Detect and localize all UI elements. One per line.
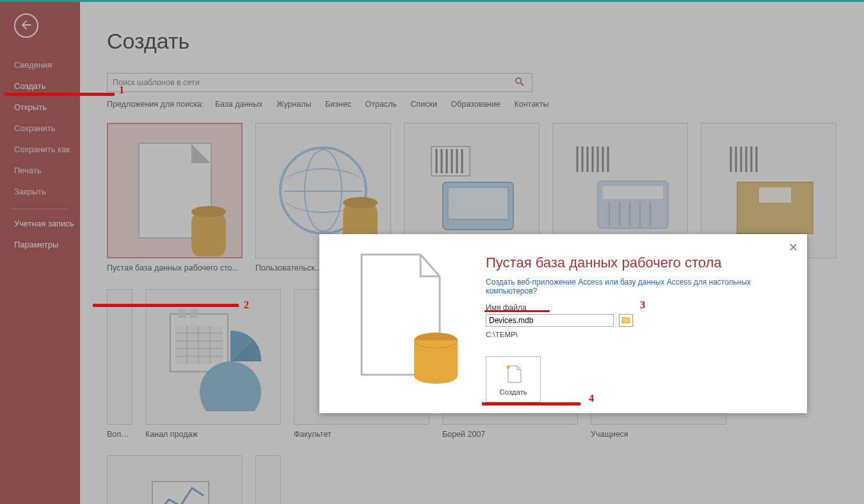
- search-input[interactable]: [113, 78, 514, 87]
- template-thumbnail: [255, 455, 281, 504]
- sidebar-item-options[interactable]: Параметры: [0, 234, 80, 255]
- sidebar-item-account[interactable]: Учетная запись: [0, 213, 80, 234]
- suggest-link[interactable]: Образование: [451, 100, 500, 109]
- filename-label: Имя файла: [486, 303, 796, 312]
- back-button[interactable]: [14, 13, 38, 38]
- browse-button[interactable]: [619, 314, 633, 327]
- folder-open-icon: [621, 316, 630, 326]
- suggest-link[interactable]: Журналы: [276, 100, 312, 109]
- svg-rect-41: [189, 309, 197, 318]
- template-thumbnail: [107, 289, 132, 425]
- sidebar-separator: [12, 209, 68, 209]
- new-database-dialog: ✕ Пустая база данных рабочего стола Созд…: [319, 234, 807, 413]
- page-title: Создать: [107, 29, 864, 54]
- sidebar-item-info[interactable]: Сведения: [0, 54, 80, 75]
- filename-input[interactable]: [486, 314, 614, 327]
- suggest-link[interactable]: Списки: [411, 100, 437, 109]
- svg-rect-8: [448, 187, 508, 219]
- create-button-label: Создать: [499, 388, 527, 396]
- svg-rect-40: [178, 309, 186, 318]
- template-sales-pipeline[interactable]: Канал продаж: [145, 289, 281, 439]
- svg-rect-32: [175, 326, 223, 364]
- sidebar-item-print[interactable]: Печать: [0, 160, 80, 181]
- arrow-left-icon: [19, 18, 33, 34]
- suggest-link[interactable]: Контакты: [514, 100, 548, 109]
- dialog-illustration: [339, 248, 467, 402]
- template-caption: Учащиеся: [591, 430, 726, 439]
- template-thumbnail: [107, 123, 243, 258]
- close-button[interactable]: ✕: [788, 240, 798, 255]
- search-icon[interactable]: [514, 76, 532, 90]
- sidebar-item-save[interactable]: Сохранить: [0, 118, 80, 139]
- template-caption: Вопросы...: [107, 430, 132, 439]
- suggestions-label: Предложения для поиска:: [107, 100, 204, 109]
- sidebar-item-open[interactable]: Открыть: [0, 97, 80, 118]
- dialog-subtitle[interactable]: Создать веб-приложение Access или базу д…: [486, 278, 796, 295]
- template-thumbnail: [107, 455, 243, 504]
- template-caption: Борей 2007: [442, 430, 578, 439]
- svg-point-63: [414, 368, 458, 384]
- template-partial-2[interactable]: Упра...: [255, 455, 281, 504]
- template-partial[interactable]: Вопросы...: [107, 289, 132, 439]
- template-thumbnail: [145, 289, 281, 425]
- sidebar-item-new[interactable]: Создать: [0, 75, 80, 97]
- template-caption: Факультет: [294, 430, 429, 439]
- backstage-sidebar: Сведения Создать Открыть Сохранить Сохра…: [0, 2, 80, 504]
- template-caption: Пустая база данных рабочего сто...: [107, 264, 243, 272]
- svg-marker-64: [508, 366, 521, 382]
- sidebar-item-close[interactable]: Закрыть: [0, 181, 80, 202]
- new-document-icon: [504, 363, 522, 386]
- file-path: C:\TEMP\: [486, 331, 796, 338]
- template-search-box[interactable]: [107, 73, 532, 92]
- dialog-title: Пустая база данных рабочего стола: [486, 255, 796, 271]
- suggest-link[interactable]: База данных: [215, 100, 262, 109]
- template-blank-desktop-db[interactable]: Пустая база данных рабочего сто...: [107, 123, 243, 272]
- svg-rect-17: [603, 186, 663, 199]
- close-icon: ✕: [788, 241, 798, 254]
- svg-rect-30: [759, 187, 791, 203]
- template-marketing-projects[interactable]: Проекты по маркетингу: [107, 455, 243, 504]
- sidebar-item-saveas[interactable]: Сохранить как: [0, 139, 80, 160]
- create-button[interactable]: Создать: [486, 356, 541, 402]
- template-caption: Канал продаж: [145, 430, 281, 439]
- search-suggestions: Предложения для поиска: База данных Журн…: [107, 100, 864, 109]
- suggest-link[interactable]: Бизнес: [325, 100, 351, 109]
- suggest-link[interactable]: Отрасль: [365, 100, 397, 109]
